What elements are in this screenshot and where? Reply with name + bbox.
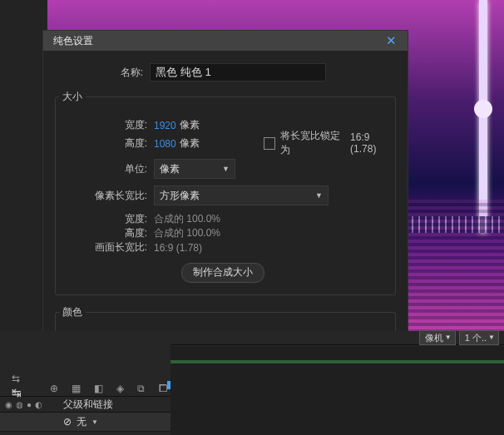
width-unit: 像素 bbox=[180, 118, 200, 132]
toolbar-icon[interactable]: ▦ bbox=[72, 383, 81, 394]
make-comp-size-button[interactable]: 制作合成大小 bbox=[181, 263, 264, 283]
dialog-titlebar[interactable]: 纯色设置 ✕ bbox=[43, 31, 408, 51]
toolbar-icon[interactable]: ⧉ bbox=[137, 383, 145, 394]
link-icon[interactable]: ⊘ bbox=[63, 416, 72, 428]
chevron-down-icon: ▼ bbox=[315, 191, 323, 200]
width-label: 宽度: bbox=[59, 118, 154, 132]
camera-menu-label: 像机 bbox=[425, 332, 443, 344]
toolbar-icon[interactable]: ⊕ bbox=[50, 383, 58, 394]
panel-tool-icon[interactable]: ↹ bbox=[12, 386, 22, 399]
info-width-value: 合成的 100.0% bbox=[154, 212, 220, 226]
lock-icon[interactable]: ◍ bbox=[16, 400, 23, 409]
info-height-label: 高度: bbox=[59, 226, 154, 240]
view-count-label: 1 个.. bbox=[465, 332, 487, 344]
view-count-menu[interactable]: 1 个.. ▼ bbox=[459, 330, 499, 345]
shy-icon[interactable]: ◐ bbox=[35, 400, 42, 409]
camera-menu[interactable]: 像机 ▼ bbox=[419, 330, 456, 345]
info-width-label: 宽度: bbox=[59, 212, 154, 226]
lock-aspect-ratio: 16:9 (1.78) bbox=[350, 131, 395, 155]
work-area-bar[interactable] bbox=[170, 360, 504, 363]
height-unit: 像素 bbox=[180, 136, 200, 151]
height-label: 高度: bbox=[59, 136, 154, 151]
close-icon[interactable]: ✕ bbox=[381, 31, 401, 51]
lock-aspect-label: 将长宽比锁定为 bbox=[280, 129, 345, 157]
solo-icon[interactable]: ● bbox=[27, 400, 32, 409]
unit-label: 单位: bbox=[59, 162, 154, 176]
lock-aspect-checkbox[interactable] bbox=[264, 137, 275, 150]
column-header-parent: 父级和链接 bbox=[63, 398, 113, 412]
parent-value: 无 bbox=[77, 415, 86, 429]
size-legend: 大小 bbox=[59, 90, 86, 104]
unit-select[interactable]: 像素 ▼ bbox=[154, 159, 235, 179]
height-value[interactable]: 1080 bbox=[154, 138, 176, 150]
color-legend: 颜色 bbox=[59, 305, 86, 319]
chevron-down-icon: ▼ bbox=[91, 418, 98, 426]
info-frame-label: 画面长宽比: bbox=[59, 240, 154, 255]
name-label: 名称: bbox=[55, 66, 150, 80]
info-height-value: 合成的 100.0% bbox=[154, 226, 220, 240]
unit-select-value: 像素 bbox=[160, 162, 180, 176]
chevron-down-icon: ▼ bbox=[222, 165, 230, 173]
par-label: 像素长宽比: bbox=[59, 189, 154, 203]
par-select-value: 方形像素 bbox=[160, 189, 200, 203]
info-frame-value: 16:9 (1.78) bbox=[154, 242, 202, 254]
toolbar-icon[interactable]: ◧ bbox=[94, 383, 103, 394]
eye-icon[interactable]: ◉ bbox=[5, 400, 12, 409]
width-value[interactable]: 1920 bbox=[154, 120, 176, 131]
chevron-down-icon: ▼ bbox=[488, 334, 495, 341]
chevron-down-icon: ▼ bbox=[445, 334, 452, 341]
toolbar-icon[interactable]: ◈ bbox=[116, 383, 124, 394]
timeline-area: ▭ ▢ ▢ 像机 ▼ 1 个.. ▼ ⇆ ⊕ ▦ ◧ ◈ ⧉ ⧠ bbox=[0, 331, 504, 435]
dialog-title: 纯色设置 bbox=[53, 34, 93, 48]
size-group: 大小 宽度: 1920 像素 将长宽比锁定为 16:9 (1.78) 高度: 1… bbox=[55, 90, 396, 295]
par-select[interactable]: 方形像素 ▼ bbox=[154, 185, 329, 205]
name-input[interactable] bbox=[150, 63, 326, 82]
